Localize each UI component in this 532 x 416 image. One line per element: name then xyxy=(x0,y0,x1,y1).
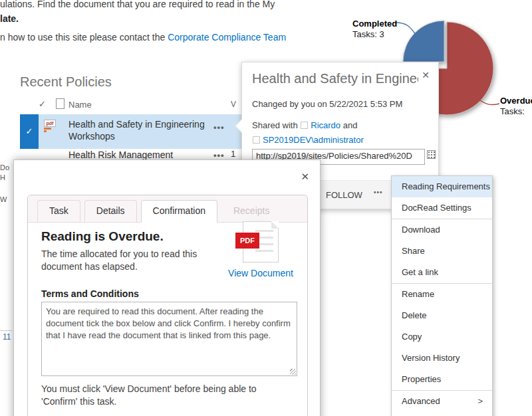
pie-label-overdue-title: Overdue xyxy=(500,96,532,106)
pdf-preview-block: PDF View Document xyxy=(227,221,294,279)
textarea-resize-handle[interactable] xyxy=(290,369,296,375)
corporate-compliance-link[interactable]: Corporate Compliance Team xyxy=(168,32,286,43)
tab-receipts: Receipts xyxy=(221,200,281,222)
menu-item-share[interactable]: Share xyxy=(392,241,492,262)
menu-item-get-a-link[interactable]: Get a link xyxy=(392,262,492,283)
menu-item-copy[interactable]: Copy xyxy=(392,326,492,348)
terms-and-conditions-label: Terms and Conditions xyxy=(41,288,294,299)
follow-button[interactable]: FOLLOW xyxy=(326,190,362,200)
recent-policies-title: Recent Policies xyxy=(20,74,112,90)
dialog-heading: Reading is Overdue. xyxy=(41,229,227,244)
intro-text-line2: late. xyxy=(0,13,19,24)
dialog-tabstrip: Task Details Confirmation Receipts xyxy=(28,195,307,223)
clipped-cell-value: 1 xyxy=(231,149,240,159)
menu-item-download[interactable]: Download xyxy=(392,219,492,241)
clipped-column-header: V xyxy=(231,100,240,109)
dialog-body-text: The time allocated for you to read this … xyxy=(41,248,227,273)
shared-user-link[interactable]: SP2019DEV\administrator xyxy=(263,135,364,145)
advanced-label: Advanced xyxy=(402,391,440,412)
hidden-text-fragment: H xyxy=(0,173,9,181)
menu-item-version-history[interactable]: Version History xyxy=(392,348,492,369)
tab-details[interactable]: Details xyxy=(84,200,137,222)
tab-task[interactable]: Task xyxy=(37,200,80,222)
dialog-content: Reading is Overdue. The time allocated f… xyxy=(28,223,307,408)
confirm-note-text: You must click 'View Document' before be… xyxy=(41,383,267,408)
document-link[interactable]: Health and Safety in Engineering Worksho… xyxy=(68,118,209,142)
copy-address-icon[interactable] xyxy=(427,150,436,159)
pie-label-completed-title: Completed xyxy=(352,19,397,29)
leader-line-overdue xyxy=(479,100,499,105)
row-more-actions-icon[interactable]: ••• xyxy=(213,150,225,160)
terms-text: You are required to read this document. … xyxy=(46,306,291,340)
pie-label-completed: Completed Tasks: 3 xyxy=(352,19,397,40)
docread-task-dialog: ✕ Task Details Confirmation Receipts Rea… xyxy=(13,159,321,416)
pie-label-overdue: Overdue Tasks: xyxy=(500,96,532,117)
pdf-badge: PDF xyxy=(235,233,259,249)
page-fold xyxy=(271,221,279,229)
menu-item-rename[interactable]: Rename xyxy=(392,284,492,305)
close-icon[interactable]: ✕ xyxy=(422,70,430,80)
document-type-column-icon xyxy=(56,98,65,109)
changed-by-text: Changed by you on 5/22/2021 5:53 PM xyxy=(252,99,402,109)
divider xyxy=(0,330,12,331)
document-context-menu: Reading Requirements DocRead Settings Do… xyxy=(391,175,493,416)
row-more-actions-icon[interactable]: ••• xyxy=(213,122,225,132)
shared-with-label: Shared with xyxy=(252,120,298,130)
person-icon xyxy=(253,136,260,144)
person-icon xyxy=(301,122,308,129)
row-checkbox-selected[interactable]: ✓ xyxy=(20,114,39,149)
callout-more-actions-icon[interactable]: ••• xyxy=(374,189,383,196)
callout-title: Health and Safety in Enginee… xyxy=(252,71,418,86)
shared-joiner: and xyxy=(343,120,358,130)
dialog-panel: Task Details Confirmation Receipts Readi… xyxy=(27,195,308,416)
hidden-text-fragment: W xyxy=(0,195,11,203)
pdf-file-icon: pdf xyxy=(44,120,57,132)
pie-label-completed-tasks: Tasks: 3 xyxy=(352,29,384,39)
menu-item-delete[interactable]: Delete xyxy=(392,305,492,326)
hidden-page-number: 11 xyxy=(3,332,13,342)
shared-with-block: Shared with Ricardo and SP2019DEV\admini… xyxy=(252,118,425,148)
view-document-link[interactable]: View Document xyxy=(228,268,293,278)
contact-prefix: n how to use this site please contact th… xyxy=(0,32,168,43)
pie-label-overdue-tasks: Tasks: xyxy=(500,106,525,116)
hidden-text-fragment: Do xyxy=(0,163,11,171)
chevron-right-icon: > xyxy=(477,391,483,412)
leader-line-completed xyxy=(396,23,416,35)
select-all-checkmark-icon[interactable]: ✓ xyxy=(39,99,46,109)
tab-confirmation[interactable]: Confirmation xyxy=(141,200,217,223)
shared-user-link[interactable]: Ricardo xyxy=(311,120,340,130)
pdf-document-icon: PDF xyxy=(243,221,279,262)
name-column-header[interactable]: Name xyxy=(68,100,92,110)
intro-text-line1: ulations. Find the document that you are… xyxy=(0,0,275,9)
close-icon[interactable]: ✕ xyxy=(301,171,309,183)
menu-item-advanced[interactable]: Advanced > xyxy=(392,391,492,412)
screen: ulations. Find the document that you are… xyxy=(0,0,532,416)
menu-item-docread-settings[interactable]: DocRead Settings xyxy=(392,197,492,219)
terms-textarea[interactable]: You are required to read this document. … xyxy=(41,302,297,376)
menu-item-reading-requirements[interactable]: Reading Requirements xyxy=(392,176,492,197)
contact-line: n how to use this site please contact th… xyxy=(0,32,286,43)
menu-item-properties[interactable]: Properties xyxy=(392,369,492,390)
